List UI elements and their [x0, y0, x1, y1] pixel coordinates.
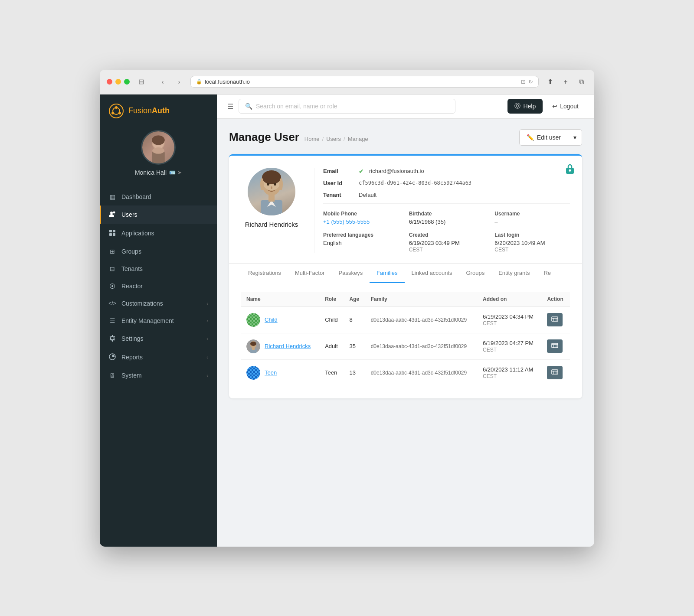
back-button[interactable]: ‹	[157, 76, 169, 88]
email-label: Email	[323, 168, 354, 174]
row-age-cell: 13	[344, 359, 366, 386]
tab-linked-accounts[interactable]: Linked accounts	[405, 264, 459, 283]
svg-point-7	[152, 135, 165, 145]
sidebar-item-applications[interactable]: Applications	[100, 224, 217, 243]
sidebar-item-settings[interactable]: Settings ‹	[100, 329, 217, 348]
reports-icon	[108, 353, 116, 362]
child-action-button[interactable]	[547, 313, 563, 326]
teen-name-link[interactable]: Teen	[265, 369, 277, 376]
sidebar-item-dashboard[interactable]: ▦ Dashboard	[100, 188, 217, 205]
sidebar-item-label: Customizations	[121, 300, 163, 307]
fusionauth-logo-icon	[108, 103, 124, 119]
help-button[interactable]: ⓪ Help	[507, 99, 543, 114]
sidebar-item-users[interactable]: Users	[100, 205, 217, 224]
svg-point-22	[267, 183, 269, 186]
tab-registrations[interactable]: Registrations	[241, 264, 288, 283]
user-location-icon: ➤	[177, 169, 182, 176]
forward-button[interactable]: ›	[173, 76, 185, 88]
mobile-phone-cell: Mobile Phone +1 (555) 555-5555	[323, 211, 399, 225]
address-bar[interactable]: 🔒 local.fusionauth.io ⊡ ↻	[190, 76, 539, 88]
tenants-icon: ⊟	[108, 265, 116, 272]
reactor-icon: ⦿	[108, 283, 116, 290]
search-bar[interactable]: 🔍 Search on email, name or role	[239, 99, 455, 114]
col-family: Family	[366, 292, 478, 307]
sidebar-item-customizations[interactable]: </> Customizations ‹	[100, 295, 217, 312]
svg-point-4	[118, 112, 121, 114]
svg-point-3	[111, 112, 114, 114]
tabs-button[interactable]: ⧉	[575, 76, 587, 88]
sidebar-item-groups[interactable]: ⊞ Groups	[100, 243, 217, 260]
tab-families[interactable]: Families	[370, 264, 404, 283]
table-row: Child Child 8 d0e13daa-aabc-43d1-ad3c-43…	[241, 306, 570, 333]
richard-name-link[interactable]: Richard Hendricks	[265, 343, 311, 349]
breadcrumb-home[interactable]: Home	[304, 136, 320, 142]
logout-button[interactable]: ↩ Logout	[547, 99, 584, 113]
person-cell: Teen	[246, 366, 314, 380]
user-card-top: Richard Hendricks Email ✔ richard@fusion…	[229, 156, 582, 263]
topbar-actions: ⓪ Help ↩ Logout	[507, 99, 584, 114]
created-value: 6/19/2023 03:49 PM CEST	[409, 240, 484, 253]
child-name-link[interactable]: Child	[265, 316, 278, 323]
sidebar-item-label: Reactor	[121, 283, 143, 290]
topbar-menu-icon[interactable]: ☰	[227, 102, 233, 111]
chevron-icon: ‹	[206, 336, 208, 341]
svg-rect-35	[252, 348, 255, 350]
teen-action-button[interactable]	[547, 366, 563, 379]
sidebar-item-label: Users	[121, 211, 137, 218]
sidebar-item-reports[interactable]: Reports ‹	[100, 348, 217, 367]
settings-icon	[108, 335, 116, 343]
tab-multi-factor[interactable]: Multi-Factor	[288, 264, 332, 283]
created-cell: Created 6/19/2023 03:49 PM CEST	[409, 232, 484, 253]
svg-point-20	[260, 178, 264, 190]
breadcrumb-users[interactable]: Users	[326, 136, 341, 142]
new-tab-button[interactable]: +	[560, 76, 572, 88]
tenant-label: Tenant	[323, 192, 354, 198]
row-age-cell: 8	[344, 306, 366, 333]
svg-point-2	[115, 106, 118, 109]
svg-point-23	[274, 183, 276, 186]
sidebar-item-entity-management[interactable]: ☰ Entity Management ‹	[100, 312, 217, 329]
svg-point-33	[250, 342, 256, 346]
close-button[interactable]	[107, 79, 112, 85]
user-info-grid: Mobile Phone +1 (555) 555-5555 Birthdate…	[323, 203, 570, 253]
last-login-cell: Last login 6/20/2023 10:49 AM CEST	[494, 232, 570, 253]
username-label: Username	[494, 211, 570, 217]
tab-passkeys[interactable]: Passkeys	[332, 264, 370, 283]
edit-user-dropdown-button[interactable]: ▾	[568, 130, 582, 145]
browser-window: ⊟ ‹ › 🔒 local.fusionauth.io ⊡ ↻ ⬆ + ⧉	[100, 70, 594, 547]
edit-user-main-button[interactable]: ✏️ Edit user	[520, 130, 568, 145]
mobile-phone-value: +1 (555) 555-5555	[323, 218, 399, 225]
sidebar-item-system[interactable]: 🖥 System ‹	[100, 367, 217, 384]
richard-action-button[interactable]	[547, 339, 563, 353]
userid-value: cf596c3d-d961-424c-803d-68c592744a63	[359, 180, 471, 186]
tab-re[interactable]: Re	[537, 264, 558, 283]
app-layout: FusionAuth	[100, 95, 594, 547]
username-value: –	[494, 218, 570, 225]
lock-indicator	[565, 163, 575, 177]
row-family-cell: d0e13daa-aabc-43d1-ad3c-432f51df0029	[366, 359, 478, 386]
tab-entity-grants[interactable]: Entity grants	[491, 264, 537, 283]
sidebar-item-tenants[interactable]: ⊟ Tenants	[100, 260, 217, 277]
breadcrumb-sep-2: /	[344, 136, 345, 142]
current-user-name: Monica Hall 🪪 ➤	[135, 169, 182, 176]
svg-rect-12	[109, 230, 112, 232]
svg-rect-30	[552, 317, 558, 321]
applications-icon	[108, 229, 116, 238]
maximize-button[interactable]	[124, 79, 130, 85]
share-button[interactable]: ⬆	[544, 76, 556, 88]
reload-icon[interactable]: ↻	[528, 78, 533, 85]
sidebar-item-reactor[interactable]: ⦿ Reactor	[100, 277, 217, 295]
current-user-avatar	[141, 130, 176, 165]
row-added-cell: 6/19/2023 04:27 PM CEST	[478, 333, 542, 359]
cast-icon: ⊡	[521, 78, 526, 85]
sidebar-item-label: Settings	[121, 335, 144, 342]
row-action-cell	[542, 359, 570, 386]
last-login-label: Last login	[494, 232, 570, 238]
minimize-button[interactable]	[115, 79, 121, 85]
mobile-phone-label: Mobile Phone	[323, 211, 399, 217]
sidebar-toggle-icon[interactable]: ⊟	[135, 76, 147, 88]
tab-groups[interactable]: Groups	[459, 264, 492, 283]
child-avatar	[246, 313, 260, 327]
logo-text: FusionAuth	[128, 106, 170, 115]
last-login-tz: CEST	[494, 247, 508, 253]
